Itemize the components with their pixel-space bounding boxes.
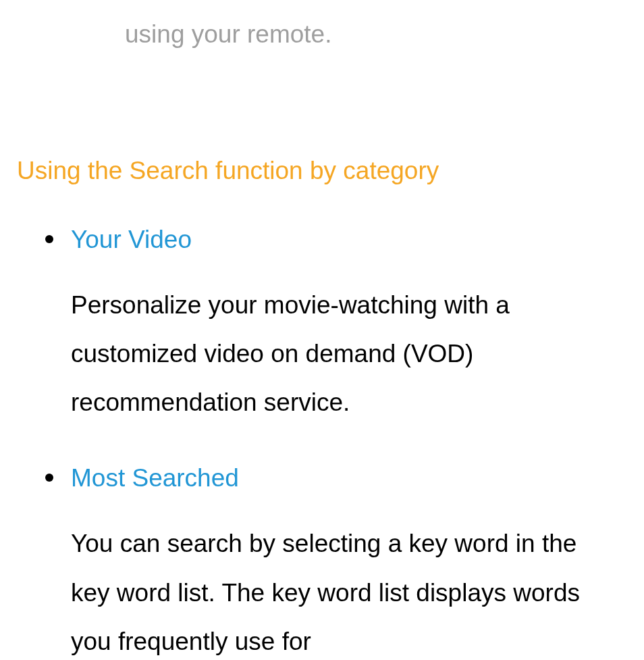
list-item: Your Video Personalize your movie-watchi… xyxy=(17,226,627,427)
prior-section-fragment: using your remote. xyxy=(125,20,627,49)
bullet-icon xyxy=(45,235,53,243)
item-title: Your Video xyxy=(71,226,627,254)
item-body: Personalize your movie-watching with a c… xyxy=(71,281,627,427)
bullet-icon xyxy=(45,474,53,482)
item-body: You can search by selecting a key word i… xyxy=(71,519,627,660)
list-item: Most Searched You can search by selectin… xyxy=(17,464,627,660)
document-content: using your remote. Using the Search func… xyxy=(0,0,644,660)
section-heading: Using the Search function by category xyxy=(17,157,627,185)
item-title: Most Searched xyxy=(71,464,627,492)
category-list: Your Video Personalize your movie-watchi… xyxy=(17,226,627,660)
